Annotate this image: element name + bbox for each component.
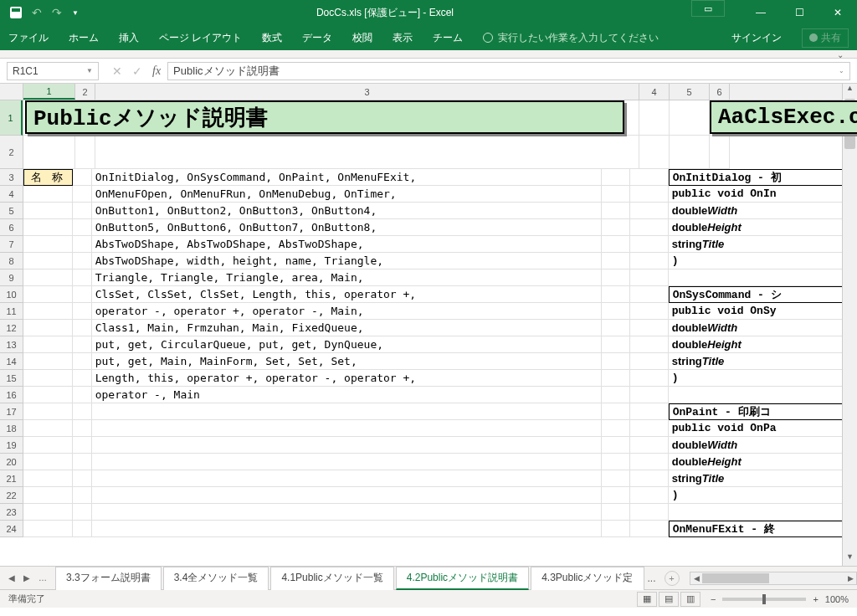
method-list-cell[interactable] [92,470,602,487]
doc-title[interactable]: Publicメソッド説明書 [25,100,624,134]
ribbon-tab-page-layout[interactable]: ページ レイアウト [159,31,242,45]
code-cell[interactable]: ) [669,253,842,270]
ribbon-tab-file[interactable]: ファイル [8,31,49,45]
code-cell[interactable] [669,504,842,521]
row-header-17[interactable]: 17 [0,403,23,420]
maximize-button[interactable]: ☐ [780,0,819,25]
cell[interactable] [23,454,73,470]
cell[interactable] [630,169,669,186]
sheet-tab[interactable]: 4.2Publicメソッド説明書 [396,567,529,590]
cell[interactable] [602,387,630,403]
cell[interactable] [602,203,630,219]
name-box-dropdown-icon[interactable]: ▼ [86,67,93,74]
scroll-down-icon[interactable]: ▼ [843,552,857,566]
cell[interactable] [73,303,92,320]
close-button[interactable]: ✕ [819,0,857,25]
ribbon-display-icon[interactable]: ▭ [691,0,725,17]
cell[interactable] [602,521,630,537]
method-list-cell[interactable]: operator -, Main [92,387,602,403]
row-header-8[interactable]: 8 [0,253,23,270]
ribbon-expand-icon[interactable]: ⌄ [837,50,844,58]
code-cell[interactable]: double Height [669,454,842,470]
col-header-6[interactable]: 6 [710,84,730,100]
code-cell[interactable]: OnPaint - 印刷コ [669,403,842,420]
method-list-cell[interactable]: Length, this, operator +, operator -, op… [92,370,602,387]
row-header-1[interactable]: 1 [0,100,23,136]
code-cell[interactable]: public void OnIn [669,186,842,203]
row-header-20[interactable]: 20 [0,454,23,470]
worksheet-grid[interactable]: 1 2 3 4 5 6 1234567891011121314151617181… [0,84,857,566]
method-list-cell[interactable]: OnMenuFOpen, OnMenuFRun, OnMenuDebug, On… [92,186,602,203]
cell[interactable] [602,437,630,454]
ribbon-tab-review[interactable]: 校閲 [352,31,372,45]
page-layout-view-icon[interactable]: ▤ [659,592,679,607]
cell[interactable] [630,203,669,219]
cell[interactable] [630,454,669,470]
row-header-6[interactable]: 6 [0,219,23,236]
row-header-12[interactable]: 12 [0,320,23,336]
cell[interactable] [639,100,670,136]
cell[interactable] [602,420,630,437]
cell[interactable] [23,203,73,219]
cell[interactable] [602,286,630,303]
save-icon[interactable] [10,7,22,18]
scroll-left-icon[interactable]: ◀ [690,574,702,583]
cell[interactable] [630,219,669,236]
code-cell[interactable]: string Title [669,236,842,253]
cell[interactable] [73,437,92,454]
row-header-2[interactable]: 2 [0,136,23,169]
method-list-cell[interactable]: OnButton5, OnButton6, OnButton7, OnButto… [92,219,602,236]
cell[interactable] [73,169,92,186]
row-header-7[interactable]: 7 [0,236,23,253]
cell[interactable] [630,387,669,403]
cell[interactable] [602,370,630,387]
row-headers[interactable]: 123456789101112131415161718192021222324 [0,100,23,537]
fx-icon[interactable]: fx [152,64,161,78]
zoom-out-icon[interactable]: − [711,594,716,604]
tell-me-search[interactable]: 実行したい作業を入力してください [483,31,659,45]
code-cell[interactable]: string Title [669,470,842,487]
method-list-cell[interactable] [92,403,602,420]
cell[interactable] [73,236,92,253]
header-label-cell[interactable]: 名 称 [23,169,73,186]
method-list-cell[interactable]: ClsSet, ClsSet, ClsSet, Length, this, op… [92,286,602,303]
method-list-cell[interactable] [92,420,602,437]
row-header-11[interactable]: 11 [0,303,23,320]
cell[interactable] [23,136,75,169]
ribbon-tab-team[interactable]: チーム [433,31,463,45]
method-list-cell[interactable] [92,487,602,504]
zoom-in-icon[interactable]: + [813,594,818,604]
cell[interactable] [23,219,73,236]
ribbon-tab-home[interactable]: ホーム [69,31,99,45]
cell[interactable] [602,336,630,353]
code-cell[interactable]: double Height [669,336,842,353]
scroll-right-icon[interactable]: ▶ [844,574,856,583]
cell[interactable] [602,253,630,270]
redo-icon[interactable]: ↷ [52,6,62,19]
row-header-24[interactable]: 24 [0,521,23,537]
share-button[interactable]: 共有 [802,28,849,48]
column-headers[interactable]: 1 2 3 4 5 6 [23,84,842,100]
row-header-14[interactable]: 14 [0,353,23,370]
cell[interactable] [630,303,669,320]
tab-nav[interactable]: ◀ ▶ … [0,573,55,583]
sheet-tab[interactable]: 4.3Publicメソッド定 [531,567,644,590]
col-header-5[interactable]: 5 [670,84,710,100]
cell[interactable] [602,487,630,504]
method-list-cell[interactable] [92,437,602,454]
cell[interactable] [23,470,73,487]
cell[interactable] [73,403,92,420]
cell[interactable] [23,521,73,537]
row-header-9[interactable]: 9 [0,270,23,286]
cell[interactable] [630,504,669,521]
code-cell[interactable] [669,270,842,286]
cell[interactable] [630,470,669,487]
method-list-cell[interactable]: put, get, CircularQueue, put, get, DynQu… [92,336,602,353]
cell[interactable] [73,504,92,521]
cell[interactable] [73,286,92,303]
method-list-cell[interactable]: OnButton1, OnButton2, OnButton3, OnButto… [92,203,602,219]
undo-icon[interactable]: ↶ [32,6,42,19]
col-header-2[interactable]: 2 [75,84,95,100]
code-cell[interactable]: string Title [669,353,842,370]
row-header-21[interactable]: 21 [0,470,23,487]
